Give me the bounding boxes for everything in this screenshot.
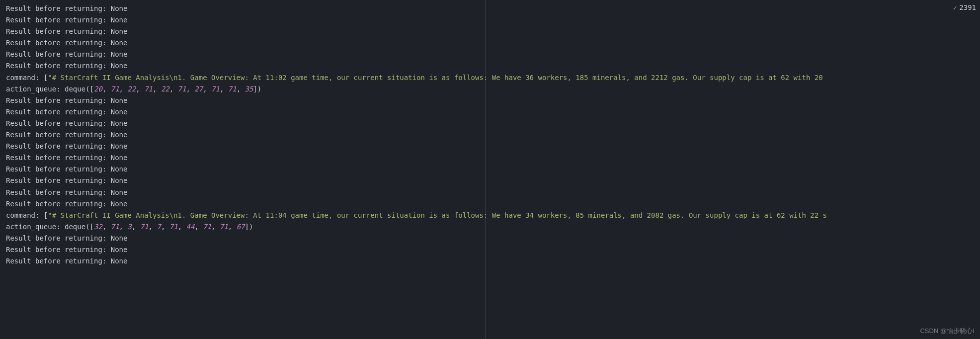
result-text: Result before returning: None [6, 257, 127, 265]
queue-value: 71 [178, 85, 186, 93]
result-text: Result before returning: None [6, 62, 127, 70]
console-line: Result before returning: None [6, 255, 974, 267]
console-line: Result before returning: None [6, 244, 974, 255]
console-line: Result before returning: None [6, 3, 974, 14]
console-line: Result before returning: None [6, 129, 974, 141]
result-text: Result before returning: None [6, 142, 127, 150]
result-text: Result before returning: None [6, 27, 127, 35]
action-queue-suffix: ]) [245, 223, 253, 231]
watermark: CSDN @怡步晓心l [920, 326, 974, 336]
console-line: Result before returning: None [6, 37, 974, 49]
queue-value: 20 [94, 85, 102, 93]
queue-value: 67 [237, 223, 245, 231]
queue-value: 71 [111, 85, 119, 93]
console-line: action_queue: deque([20, 71, 22, 71, 22,… [6, 84, 974, 95]
console-line: Result before returning: None [6, 95, 974, 106]
console-line: Result before returning: None [6, 233, 974, 244]
result-text: Result before returning: None [6, 4, 127, 12]
queue-value: 71 [140, 223, 149, 231]
queue-value: 7 [157, 223, 161, 231]
queue-value: 32 [94, 223, 102, 231]
result-text: Result before returning: None [6, 188, 127, 196]
action-queue-prefix: action_queue: deque([ [6, 85, 94, 93]
queue-value: 3 [127, 223, 131, 231]
result-text: Result before returning: None [6, 131, 127, 139]
console-line: Result before returning: None [6, 164, 974, 175]
console-line: Result before returning: None [6, 106, 974, 118]
result-text: Result before returning: None [6, 50, 127, 58]
queue-value: 22 [127, 85, 136, 93]
console-line: command: ["# StarCraft II Game Analysis\… [6, 210, 974, 221]
result-text: Result before returning: None [6, 234, 127, 242]
action-queue-prefix: action_queue: deque([ [6, 223, 94, 231]
result-text: Result before returning: None [6, 96, 127, 104]
queue-value: 71 [211, 85, 220, 93]
console-line: Result before returning: None [6, 14, 974, 26]
result-text: Result before returning: None [6, 16, 127, 24]
queue-value: 35 [245, 85, 253, 93]
result-text: Result before returning: None [6, 165, 127, 173]
console-line: Result before returning: None [6, 175, 974, 186]
queue-value: 22 [161, 85, 169, 93]
queue-value: 71 [144, 85, 153, 93]
command-prefix: command: [ [6, 74, 48, 82]
queue-value: 44 [186, 223, 194, 231]
console-line: Result before returning: None [6, 26, 974, 37]
result-text: Result before returning: None [6, 154, 127, 162]
console-line: action_queue: deque([32, 71, 3, 71, 7, 7… [6, 221, 974, 233]
queue-value: 71 [203, 223, 211, 231]
console-line: Result before returning: None [6, 118, 974, 129]
result-text: Result before returning: None [6, 176, 127, 184]
result-text: Result before returning: None [6, 119, 127, 127]
result-text: Result before returning: None [6, 39, 127, 47]
queue-value: 71 [220, 223, 228, 231]
queue-value: 71 [169, 223, 178, 231]
command-prefix: command: [ [6, 211, 48, 219]
console-line: Result before returning: None [6, 141, 974, 152]
queue-value: 71 [228, 85, 237, 93]
queue-value: 27 [194, 85, 203, 93]
console-line: Result before returning: None [6, 152, 974, 164]
result-text: Result before returning: None [6, 108, 127, 116]
queue-value: 71 [111, 223, 119, 231]
result-text: Result before returning: None [6, 246, 127, 254]
action-queue-suffix: ]) [253, 85, 261, 93]
console-line: Result before returning: None [6, 198, 974, 210]
console-line: Result before returning: None [6, 60, 974, 72]
console-line: command: ["# StarCraft II Game Analysis\… [6, 72, 974, 84]
console-line: Result before returning: None [6, 49, 974, 60]
console-line: Result before returning: None [6, 187, 974, 198]
result-text: Result before returning: None [6, 200, 127, 208]
command-string: "# StarCraft II Game Analysis\n1. Game O… [48, 74, 822, 82]
console-output: Result before returning: NoneResult befo… [0, 0, 980, 270]
command-string: "# StarCraft II Game Analysis\n1. Game O… [48, 211, 827, 219]
